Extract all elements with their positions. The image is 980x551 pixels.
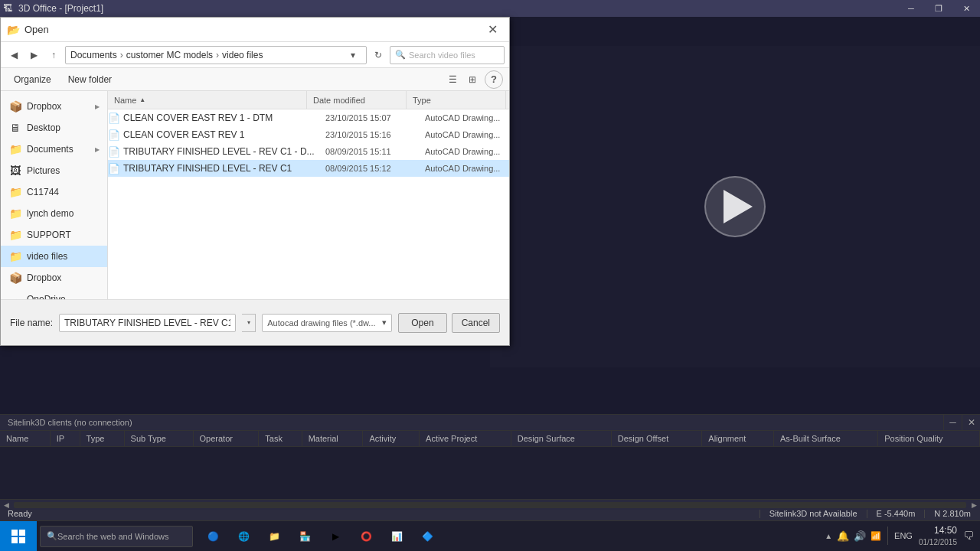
- taskbar-edge-button[interactable]: 🌐: [230, 523, 257, 550]
- organize-button[interactable]: Organize: [7, 70, 58, 89]
- col-activity[interactable]: Activity: [363, 431, 420, 447]
- table-row[interactable]: 📄 CLEAN COVER EAST REV 1 - DTM 23/10/201…: [108, 109, 509, 126]
- nav-icon: 📁: [8, 250, 22, 262]
- col-name[interactable]: Name: [0, 431, 50, 447]
- col-design-surface[interactable]: Design Surface: [511, 431, 611, 447]
- hscrollbar[interactable]: ◀ ▶: [0, 499, 980, 510]
- col-position-quality[interactable]: Position Quality: [878, 431, 980, 447]
- view-icons-button[interactable]: ⊞: [463, 70, 482, 89]
- nav-item-documents[interactable]: 📁 Documents ▶: [1, 139, 107, 160]
- up-button[interactable]: ↑: [45, 47, 62, 64]
- filename-dropdown-button[interactable]: ▾: [242, 314, 256, 332]
- filetype-dropdown[interactable]: Autocad drawing files (*.dw... ▾: [262, 314, 392, 332]
- nav-icon: 📁: [8, 143, 22, 155]
- help-button[interactable]: ?: [485, 70, 503, 89]
- hscroll-track[interactable]: [14, 502, 966, 508]
- nav-item-dropbox[interactable]: 📦 Dropbox: [1, 267, 107, 289]
- sitelink-minimize-button[interactable]: ─: [943, 414, 962, 431]
- nav-item-onedrive[interactable]: ☁ OneDrive: [1, 289, 107, 299]
- nav-item-pictures[interactable]: 🖼 Pictures: [1, 160, 107, 181]
- col-operator[interactable]: Operator: [193, 431, 259, 447]
- new-folder-button[interactable]: New folder: [61, 70, 119, 89]
- filename-label: File name:: [10, 318, 53, 328]
- file-type-cell: AutoCAD Drawing...: [419, 147, 509, 156]
- app-restore-button[interactable]: ❐: [925, 0, 952, 17]
- table-row[interactable]: 📄 CLEAN COVER EAST REV 1 23/10/2015 15:1…: [108, 126, 509, 143]
- address-dropdown-button[interactable]: ▾: [345, 47, 361, 64]
- dialog-footer: File name: ▾ Autocad drawing files (*.dw…: [1, 299, 509, 345]
- start-button[interactable]: [0, 521, 37, 552]
- hscroll-right-button[interactable]: ▶: [968, 500, 980, 510]
- sitelink-statusbar: Sitelink3D clients (no connection) ─ ✕: [0, 414, 980, 431]
- taskbar-explorer-button[interactable]: 📁: [260, 523, 288, 550]
- taskbar-cortana-button[interactable]: 🔵: [199, 523, 227, 550]
- col-alignment[interactable]: Alignment: [702, 431, 774, 447]
- nav-item-support[interactable]: 📁 SUPPORT: [1, 224, 107, 246]
- tray-icon-3[interactable]: 📶: [871, 531, 881, 541]
- view-details-button[interactable]: ☰: [443, 70, 462, 89]
- nav-item-label: Documents: [27, 144, 74, 155]
- nav-item-dropbox[interactable]: 📦 Dropbox ▶: [1, 96, 107, 117]
- app-minimize-button[interactable]: ─: [897, 0, 925, 17]
- table-row[interactable]: 📄 TRIBUTARY FINISHED LEVEL - REV C1 - D.…: [108, 143, 509, 160]
- tray-icon-2[interactable]: 🔊: [854, 530, 866, 542]
- taskbar-app7-button[interactable]: 🔷: [413, 523, 441, 550]
- nav-item-video-files[interactable]: 📁 video files: [1, 246, 107, 267]
- col-ip[interactable]: IP: [50, 431, 80, 447]
- hscroll-left-button[interactable]: ◀: [0, 500, 12, 510]
- col-date[interactable]: Date modified: [307, 91, 407, 109]
- open-dialog: 📂 Open ✕ ◀ ▶ ↑ Documents › customer MC m…: [0, 17, 510, 346]
- forward-button[interactable]: ▶: [25, 47, 42, 64]
- clock-display[interactable]: 14:50 01/12/2015: [919, 524, 957, 548]
- sitelink-bar-buttons: ─ ✕: [943, 414, 980, 431]
- taskbar-right-area: ▲ 🔔 🔊 📶 ENG 14:50 01/12/2015 🗨: [825, 524, 980, 548]
- taskbar-search-box[interactable]: 🔍 Search the web and Windows: [40, 526, 193, 547]
- nav-item-c11744[interactable]: 📁 C11744: [1, 181, 107, 203]
- lang-indicator[interactable]: ENG: [894, 531, 913, 540]
- play-button[interactable]: [704, 176, 766, 237]
- search-box[interactable]: 🔍 Search video files: [390, 46, 505, 64]
- tray-up-icon[interactable]: ▲: [825, 532, 832, 540]
- path-video-files[interactable]: video files: [222, 50, 263, 60]
- sitelink-close-button[interactable]: ✕: [962, 414, 980, 431]
- col-design-offset[interactable]: Design Offset: [611, 431, 702, 447]
- back-button[interactable]: ◀: [5, 47, 22, 64]
- path-customer-mc-models[interactable]: customer MC models: [126, 50, 213, 60]
- taskbar-ppt-button[interactable]: 📊: [383, 523, 410, 550]
- nav-item-lynch-demo[interactable]: 📁 lynch demo: [1, 203, 107, 224]
- col-type[interactable]: Type: [80, 431, 124, 447]
- nav-item-desktop[interactable]: 🖥 Desktop: [1, 117, 107, 139]
- svg-rect-1: [19, 530, 25, 536]
- taskbar-media-button[interactable]: ▶: [322, 523, 349, 550]
- notifications-button[interactable]: 🗨: [963, 530, 974, 542]
- search-icon: 🔍: [395, 50, 406, 60]
- refresh-button[interactable]: ↻: [370, 47, 387, 64]
- dialog-close-button[interactable]: ✕: [482, 19, 503, 41]
- filename-input[interactable]: [59, 314, 236, 332]
- open-button[interactable]: Open: [398, 313, 446, 333]
- taskbar-store-button[interactable]: 🏪: [291, 523, 318, 550]
- col-name[interactable]: Name ▲: [108, 91, 307, 109]
- file-date-cell: 08/09/2015 15:12: [319, 164, 419, 173]
- table-row[interactable]: 📄 TRIBUTARY FINISHED LEVEL - REV C1 08/0…: [108, 160, 509, 177]
- nav-expand-icon: ▶: [95, 103, 100, 110]
- address-path[interactable]: Documents › customer MC models › video f…: [65, 46, 367, 64]
- app-close-button[interactable]: ✕: [952, 0, 980, 17]
- col-active-project[interactable]: Active Project: [420, 431, 511, 447]
- file-type-icon: 📄: [108, 112, 120, 124]
- col-type[interactable]: Type: [407, 91, 506, 109]
- col-as-built-surface[interactable]: As-Built Surface: [773, 431, 877, 447]
- nav-item-label: Pictures: [27, 165, 60, 176]
- col-size[interactable]: Size: [506, 91, 509, 109]
- col-task[interactable]: Task: [259, 431, 302, 447]
- tray-icon-1[interactable]: 🔔: [837, 530, 849, 542]
- tray-divider: [887, 527, 888, 545]
- filetype-arrow-icon: ▾: [382, 318, 387, 328]
- col-material[interactable]: Material: [302, 431, 363, 447]
- taskbar-chrome-button[interactable]: ⭕: [352, 523, 380, 550]
- cancel-button[interactable]: Cancel: [452, 313, 500, 333]
- statusbar-right: Sitelink3D not Available E -5.440m N 2.8…: [760, 509, 980, 518]
- path-documents[interactable]: Documents: [70, 50, 117, 60]
- col-sub-type[interactable]: Sub Type: [124, 431, 193, 447]
- nav-item-label: Dropbox: [27, 272, 61, 283]
